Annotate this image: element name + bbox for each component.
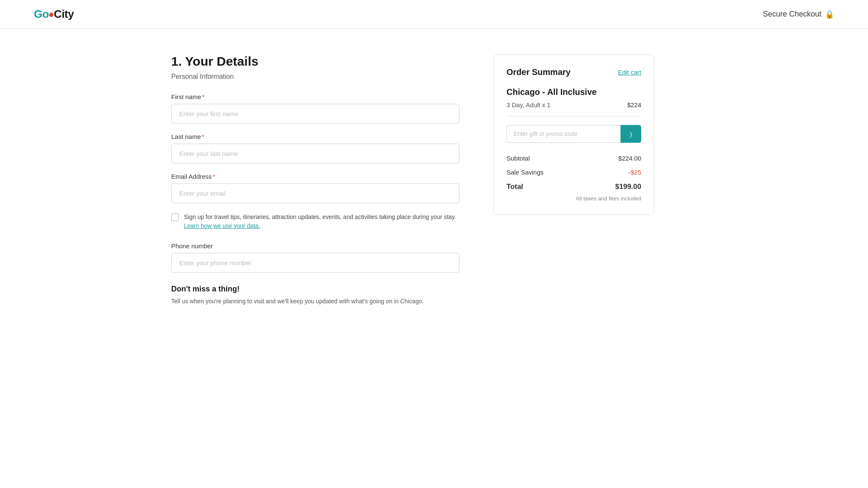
savings-value: -$25 bbox=[629, 169, 641, 176]
logo-go: Go bbox=[34, 8, 49, 20]
promo-input[interactable] bbox=[506, 125, 620, 143]
subtotal-value: $224.00 bbox=[618, 155, 641, 162]
secure-checkout: Secure Checkout 🔒 bbox=[763, 10, 834, 19]
secure-checkout-label: Secure Checkout bbox=[763, 10, 821, 19]
newsletter-checkbox[interactable] bbox=[171, 214, 179, 221]
summary-title: Order Summary bbox=[506, 67, 570, 77]
email-input[interactable] bbox=[171, 183, 459, 203]
section-title: 1. Your Details bbox=[171, 54, 459, 69]
logo-dot-icon bbox=[49, 13, 53, 17]
order-summary: Order Summary Edit cart Chicago - All In… bbox=[493, 54, 654, 215]
savings-row: Sale Savings -$25 bbox=[506, 165, 641, 179]
savings-label: Sale Savings bbox=[506, 169, 544, 176]
first-name-input[interactable] bbox=[171, 104, 459, 124]
product-price: $224 bbox=[627, 101, 641, 108]
phone-group: Phone number bbox=[171, 242, 459, 273]
learn-more-link[interactable]: Learn how we use your data. bbox=[184, 222, 260, 229]
last-name-label: Last name* bbox=[171, 133, 459, 140]
form-section: 1. Your Details Personal Information Fir… bbox=[171, 54, 459, 306]
newsletter-checkbox-section: Sign up for travel tips, itineraries, at… bbox=[171, 213, 459, 230]
promo-section: ) bbox=[506, 125, 641, 143]
summary-header: Order Summary Edit cart bbox=[506, 67, 641, 77]
last-name-input[interactable] bbox=[171, 144, 459, 164]
taxes-note: All taxes and fees included bbox=[506, 195, 641, 202]
promo-apply-button[interactable]: ) bbox=[620, 125, 641, 143]
total-row: Total $199.00 bbox=[506, 179, 641, 194]
phone-input[interactable] bbox=[171, 253, 459, 273]
required-star: * bbox=[202, 93, 205, 100]
email-group: Email Address* bbox=[171, 173, 459, 203]
lock-icon: 🔒 bbox=[825, 10, 834, 19]
logo-city: City bbox=[54, 8, 74, 20]
product-name: Chicago - All Inclusive bbox=[506, 87, 641, 97]
phone-label: Phone number bbox=[171, 242, 459, 250]
logo: GoCity bbox=[34, 8, 74, 21]
email-label: Email Address* bbox=[171, 173, 459, 180]
dont-miss-section: Don't miss a thing! Tell us when you're … bbox=[171, 285, 459, 306]
last-name-group: Last name* bbox=[171, 133, 459, 164]
subtotal-row: Subtotal $224.00 bbox=[506, 151, 641, 165]
product-detail: 3 Day, Adult x 1 bbox=[506, 101, 551, 108]
subtotal-label: Subtotal bbox=[506, 155, 530, 162]
required-star-3: * bbox=[213, 173, 215, 180]
main-container: 1. Your Details Personal Information Fir… bbox=[137, 29, 731, 331]
total-value: $199.00 bbox=[615, 183, 641, 191]
first-name-label: First name* bbox=[171, 93, 459, 100]
edit-cart-button[interactable]: Edit cart bbox=[618, 69, 641, 76]
first-name-group: First name* bbox=[171, 93, 459, 124]
checkbox-label: Sign up for travel tips, itineraries, at… bbox=[184, 213, 459, 230]
pricing-section: Subtotal $224.00 Sale Savings -$25 Total… bbox=[506, 151, 641, 202]
personal-info-label: Personal Information bbox=[171, 73, 459, 80]
required-star-2: * bbox=[202, 133, 204, 140]
dont-miss-title: Don't miss a thing! bbox=[171, 285, 459, 294]
total-label: Total bbox=[506, 183, 523, 191]
product-row: 3 Day, Adult x 1 $224 bbox=[506, 101, 641, 116]
dont-miss-text: Tell us when you're planning to visit an… bbox=[171, 297, 459, 306]
header: GoCity Secure Checkout 🔒 bbox=[0, 0, 868, 29]
